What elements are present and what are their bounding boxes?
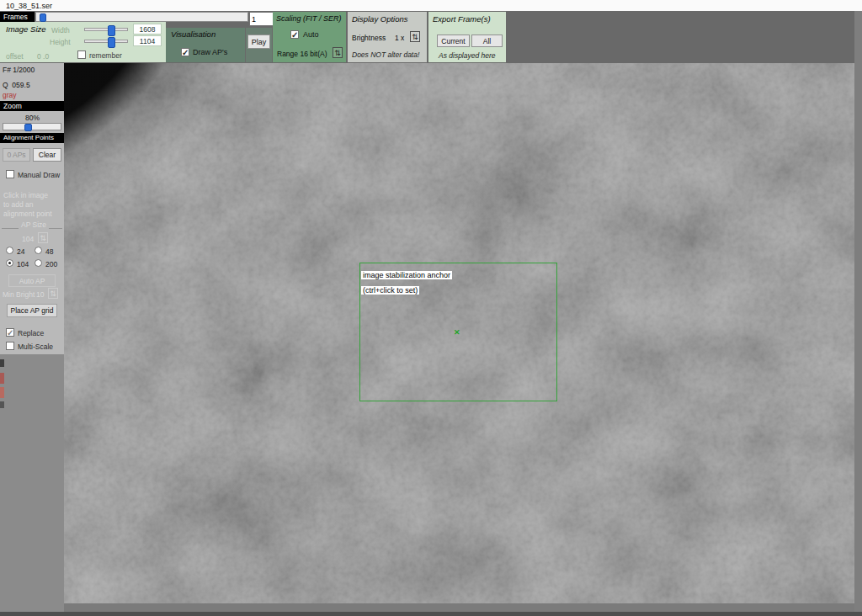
autostakkert-frame-view-window: 10_38_51.ser Frames Image Size Width 160…: [0, 0, 862, 616]
multi-scale-label: Multi-Scale: [18, 343, 53, 351]
visualisation-title: Visualisation: [171, 30, 216, 39]
ap-size-radio-200-label: 200: [45, 260, 57, 268]
width-label: Width: [51, 26, 70, 35]
check-icon: ✓: [182, 48, 189, 57]
brightness-value: 1 x: [395, 34, 404, 42]
title-bar[interactable]: 10_38_51.ser: [0, 0, 862, 12]
display-options-title: Display Options: [352, 15, 408, 24]
offset-label: offset: [6, 52, 24, 61]
visualisation-panel: Visualisation ✓ Draw AP's: [166, 28, 245, 62]
anchor-marker-icon: ✕: [454, 329, 460, 337]
ap-size-radio-48-label: 48: [45, 247, 53, 256]
desktop-artifact: [0, 373, 4, 384]
brightness-label: Brightness: [352, 34, 386, 42]
zoom-section-header: Zoom: [0, 101, 64, 111]
draw-aps-label: Draw AP's: [193, 49, 227, 56]
export-current-button[interactable]: Current: [437, 35, 470, 47]
replace-label: Replace: [18, 329, 44, 337]
export-all-button[interactable]: All: [471, 35, 503, 47]
ap-size-radio-104-label: 104: [17, 260, 29, 268]
width-value[interactable]: 1608: [133, 24, 162, 35]
display-options-panel: Display Options Brightness 1 x ⇅ Does NO…: [348, 12, 427, 62]
height-slider[interactable]: [84, 40, 128, 43]
multi-scale-checkbox[interactable]: [6, 342, 14, 350]
auto-ap-button: Auto AP: [8, 274, 56, 287]
scaling-title: Scaling (FIT / SER): [276, 15, 342, 23]
desktop-artifact: [0, 387, 4, 398]
zoom-value: 80%: [25, 114, 40, 122]
left-sidebar: F# 1/2000 Q 059.5 gray Zoom 80% Alignmen…: [0, 63, 64, 354]
anchor-tooltip: image stabilization anchor (ctrl+click t…: [361, 266, 452, 296]
export-frames-title: Export Frame(s): [433, 15, 491, 24]
alignment-points-header: Alignment Points: [0, 133, 64, 143]
export-frames-note: As displayed here: [439, 51, 496, 60]
min-bright-value: 10: [36, 290, 44, 299]
width-slider[interactable]: [84, 28, 128, 31]
remember-checkbox[interactable]: [77, 50, 86, 59]
range-label: Range 16 bit(A): [277, 50, 327, 58]
width-slider-thumb[interactable]: [108, 25, 115, 36]
ap-size-radio-24-label: 24: [17, 247, 24, 256]
image-size-panel: Image Size Width 1608 Height 1104 offset…: [0, 22, 166, 62]
manual-draw-label: Manual Draw: [18, 171, 60, 179]
replace-checkbox[interactable]: ✓: [6, 328, 14, 337]
color-mode-readout: gray: [3, 91, 17, 99]
window-background-right: [854, 11, 862, 616]
offset-value: 0 .0: [37, 52, 49, 61]
anchor-tooltip-line1: image stabilization anchor: [361, 271, 452, 279]
range-spinner-icon[interactable]: ⇅: [333, 47, 343, 58]
play-strip: Play: [246, 28, 272, 62]
window-background-bottom: [64, 603, 854, 612]
auto-scaling-checkbox[interactable]: ✓: [290, 30, 299, 39]
display-options-note: Does NOT alter data!: [352, 50, 419, 59]
height-value[interactable]: 1104: [133, 35, 162, 46]
brightness-spinner-icon[interactable]: ⇅: [410, 31, 420, 42]
frame-number-input[interactable]: [249, 12, 274, 26]
window-title: 10_38_51.ser: [6, 2, 52, 10]
place-ap-grid-button[interactable]: Place AP grid: [7, 304, 57, 317]
clear-aps-button[interactable]: Clear: [33, 148, 61, 162]
auto-scaling-label: Auto: [303, 31, 319, 39]
height-slider-thumb[interactable]: [108, 37, 115, 48]
remember-label: remember: [89, 51, 122, 60]
zoom-slider-thumb[interactable]: [24, 124, 32, 131]
ap-size-radio-48[interactable]: [35, 247, 42, 254]
play-button[interactable]: Play: [247, 35, 270, 49]
desktop-artifact: [0, 401, 4, 408]
scaling-panel: Scaling (FIT / SER) ✓ Auto Range 16 bit(…: [273, 12, 346, 62]
min-bright-label: Min Bright: [3, 290, 35, 299]
anchor-tooltip-line2: (ctrl+click to set): [361, 286, 419, 295]
radio-selected-dot: [8, 262, 11, 264]
solar-image-view[interactable]: image stabilization anchor (ctrl+click t…: [64, 63, 854, 603]
ap-size-radio-200[interactable]: [35, 259, 42, 267]
ap-hint-line2: to add an: [3, 200, 33, 209]
check-icon: ✓: [291, 30, 298, 40]
f-number-readout: F# 1/2000: [3, 66, 35, 74]
quality-readout: Q 059.5: [3, 81, 30, 89]
export-frames-panel: Export Frame(s) Current All As displayed…: [428, 12, 506, 62]
ap-size-radio-24[interactable]: [6, 247, 13, 254]
manual-draw-checkbox[interactable]: [6, 170, 14, 178]
ap-hint-line3: alignment point: [3, 210, 52, 218]
height-label: Height: [50, 38, 71, 46]
frames-label: Frames: [0, 12, 35, 22]
ap-count-button: 0 APs: [3, 148, 30, 162]
frames-slider-thumb[interactable]: [40, 13, 46, 22]
window-background-left: [0, 354, 64, 612]
image-size-title: Image Size: [6, 25, 46, 34]
desktop-artifact: [0, 359, 4, 367]
draw-aps-checkbox[interactable]: ✓: [181, 48, 189, 56]
ap-size-spinner-icon: ⇅: [38, 232, 48, 243]
ap-size-header: AP Size: [19, 220, 49, 229]
ap-size-value: 104: [22, 235, 34, 243]
zoom-slider[interactable]: [3, 123, 61, 130]
check-icon: ✓: [7, 328, 13, 337]
ap-size-radio-104[interactable]: [6, 259, 13, 267]
frames-slider[interactable]: [35, 12, 248, 22]
min-bright-spinner-icon: ⇅: [48, 288, 58, 299]
window-bottom-edge: [0, 612, 862, 616]
ap-hint-line1: Click in image: [3, 191, 48, 199]
